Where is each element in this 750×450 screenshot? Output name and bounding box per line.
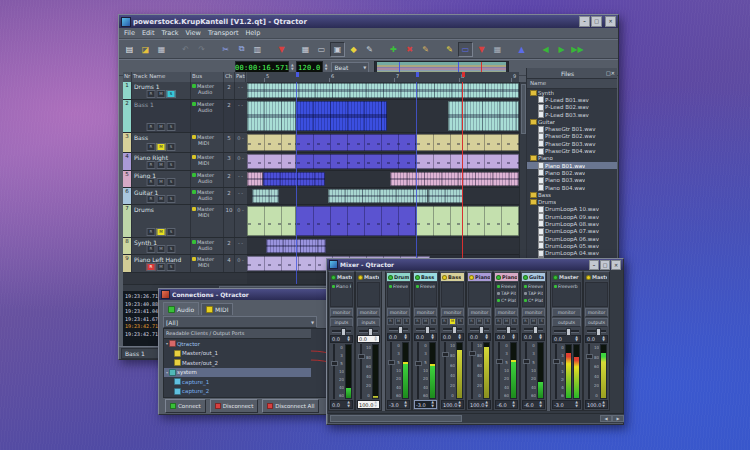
track-mute-button[interactable]: M (157, 123, 166, 131)
readable-tree-item-master-out-2[interactable]: Master/out_2 (164, 358, 312, 368)
track-row-piano-left-hand[interactable]: 9Piano Left HandRMSMasterMIDI40 - (123, 255, 247, 273)
pan-slider[interactable] (552, 328, 581, 334)
gain-spinbox[interactable]: 0.0▲▼ (495, 333, 518, 341)
volume-fader[interactable] (358, 344, 365, 399)
clip[interactable] (247, 134, 296, 151)
minimize-button[interactable]: – (579, 16, 590, 27)
track-lane-synth-1[interactable] (247, 238, 519, 255)
outputs-button[interactable]: outputs (552, 318, 581, 327)
inputs-button[interactable]: inputs (330, 318, 353, 327)
strip-solo-button[interactable]: S (457, 318, 464, 325)
gain-value-arrows[interactable]: ▲▼ (601, 401, 606, 407)
files-file-p-lead-b02-wav[interactable]: P-Lead B02.wav (527, 104, 617, 111)
plugin-item-freeverb-1[interactable]: Freeverb 1 (415, 283, 436, 290)
track-lane-guitar-1[interactable] (247, 188, 519, 205)
files-file-phasegtr-b03-wav[interactable]: PhaseGtr B03.wav (527, 140, 617, 147)
copy-icon[interactable]: ⧉ (234, 42, 249, 57)
gain-spin-arrows[interactable]: ▲▼ (373, 336, 378, 342)
files-file-piano-b01-wav[interactable]: Piano B01.wav (527, 162, 617, 169)
mixer-minimize-button[interactable]: – (589, 260, 599, 270)
plugin-active-led[interactable] (554, 285, 557, 288)
gain-value[interactable]: 0.0▲▼ (330, 400, 353, 409)
strip-title[interactable]: Master In (330, 273, 353, 281)
monitor-button[interactable]: monitor (441, 308, 464, 317)
fader-handle[interactable] (331, 361, 338, 366)
track-row-drums[interactable]: 7DrumsRMSMasterMIDI100 - (123, 205, 247, 238)
save-session-icon[interactable]: ▦ (154, 42, 169, 57)
menu-edit[interactable]: Edit (142, 29, 155, 37)
plugin-item-c-plate2[interactable]: C* Plate2 (523, 297, 544, 304)
gain-value[interactable]: 100.0▲▼ (441, 400, 464, 409)
pan-slider[interactable] (330, 328, 353, 334)
loop-end-marker[interactable] (416, 72, 419, 77)
connect-button[interactable]: Connect (165, 399, 206, 413)
monitor-button[interactable]: monitor (468, 308, 491, 317)
volume-fader[interactable] (415, 342, 422, 399)
track-solo-button[interactable]: S (167, 178, 176, 186)
mixer-titlebar[interactable]: Mixer - Qtractor – □ ✕ (327, 259, 623, 270)
volume-fader[interactable] (553, 344, 560, 399)
strip-solo-button[interactable]: S (430, 318, 437, 325)
clip[interactable] (247, 101, 296, 131)
plugin-active-led[interactable] (524, 292, 527, 295)
redo-icon[interactable]: ↷ (194, 42, 209, 57)
volume-fader[interactable] (388, 342, 395, 399)
pan-slider[interactable] (414, 326, 437, 332)
gain-spin-arrows[interactable]: ▲▼ (346, 336, 351, 342)
track-solo-button[interactable]: S (167, 195, 176, 203)
plugin-item-piano-plug[interactable]: Piano Plug (331, 283, 352, 290)
gain-spin-arrows[interactable]: ▲▼ (430, 334, 435, 340)
tab-midi[interactable]: MIDI (201, 303, 233, 315)
pan-slider[interactable] (387, 326, 410, 332)
track-row-guitar-1[interactable]: 6Guitar 1RMSMasterAudio2- - (123, 188, 247, 205)
clip-tools-icon[interactable]: ✎ (362, 42, 377, 57)
plugin-list[interactable]: Freeverb 1 (387, 282, 410, 307)
pan-handle[interactable] (506, 326, 511, 334)
files-file-piano-b04-wav[interactable]: Piano B04.wav (527, 184, 617, 191)
plugin-list[interactable]: Freeverb 1 (552, 282, 581, 307)
gain-value-arrows[interactable]: ▲▼ (511, 401, 516, 407)
plugin-active-led[interactable] (497, 299, 500, 302)
strip-title[interactable]: Master In (357, 273, 380, 281)
cut-icon[interactable]: ✂ (218, 42, 233, 57)
plugin-item-freeverb-1[interactable]: Freeverb 1 (553, 283, 580, 290)
strip-title[interactable]: Guitar 1 (522, 273, 545, 281)
automation-edit-icon[interactable]: ✎ (418, 42, 433, 57)
monitor-button[interactable]: monitor (522, 308, 545, 317)
monitor-button[interactable]: monitor (585, 308, 608, 317)
inputs-button[interactable]: inputs (357, 318, 380, 327)
strip-mute-button[interactable]: M (476, 318, 483, 325)
clip[interactable] (296, 154, 416, 169)
strip-solo-button[interactable]: S (511, 318, 518, 325)
pan-slider[interactable] (495, 326, 518, 332)
files-file-p-lead-b01-wav[interactable]: P-Lead B01.wav (527, 96, 617, 103)
mixer-close-button[interactable]: ✕ (611, 260, 621, 270)
pan-slider[interactable] (441, 326, 464, 332)
clip[interactable] (416, 206, 519, 236)
clip[interactable] (296, 101, 387, 131)
track-solo-button[interactable]: S (167, 263, 176, 271)
gain-value[interactable]: -3.0▲▼ (414, 400, 437, 409)
plugin-item-tap-pitch[interactable]: TAP Pitch (496, 290, 517, 297)
files-file-piano-b02-wav[interactable]: Piano B02.wav (527, 169, 617, 176)
monitor-button[interactable]: monitor (414, 308, 437, 317)
gain-spin-arrows[interactable]: ▲▼ (511, 334, 516, 340)
new-session-icon[interactable]: ▤ (122, 42, 137, 57)
plugin-list[interactable]: Freeverb 1TAP PitchC* Plate2 (522, 282, 545, 307)
gain-value-arrows[interactable]: ▲▼ (484, 401, 489, 407)
transport-play-icon[interactable]: ▶ (554, 42, 569, 57)
strip-mute-button[interactable]: M (422, 318, 429, 325)
plugin-active-led[interactable] (497, 285, 500, 288)
files-file-p-lead-b03-wav[interactable]: P-Lead B03.wav (527, 111, 617, 118)
files-file-phasegtr-b04-wav[interactable]: PhaseGtr B04.wav (527, 147, 617, 154)
track-solo-button[interactable]: S (167, 90, 176, 98)
plugin-item-c-plate2[interactable]: C* Plate2 (496, 297, 517, 304)
fader-handle[interactable] (442, 352, 449, 357)
strip-title[interactable]: Bass 1 (414, 273, 437, 281)
menu-help[interactable]: Help (245, 29, 260, 37)
track-lane-drums-1[interactable] (247, 82, 519, 100)
strip-record-button[interactable]: R (387, 318, 394, 325)
track-record-button[interactable]: R (147, 228, 156, 236)
fader-handle[interactable] (358, 354, 365, 359)
plugin-active-led[interactable] (332, 285, 335, 288)
